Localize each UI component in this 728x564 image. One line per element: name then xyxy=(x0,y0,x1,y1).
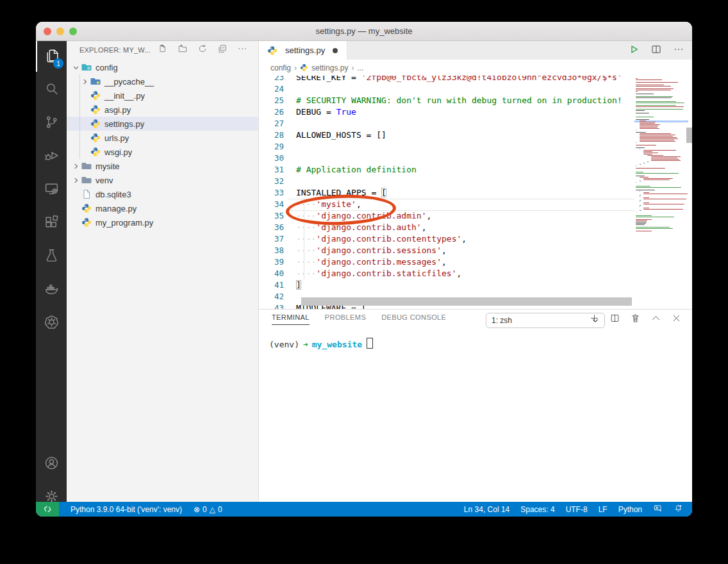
chevron-open-icon[interactable] xyxy=(70,62,81,72)
remote-indicator[interactable] xyxy=(36,502,59,517)
tree-item-label: urls.py xyxy=(104,133,129,143)
breadcrumb-item[interactable]: config xyxy=(270,63,291,72)
breadcrumb-item[interactable]: ... xyxy=(357,63,363,72)
activity-run-debug[interactable] xyxy=(36,141,67,172)
panel-tab-debug-console[interactable]: DEBUG CONSOLE xyxy=(381,313,446,325)
code-line-27[interactable]: 27 xyxy=(259,118,634,129)
activity-search[interactable] xyxy=(36,74,67,105)
maximize-panel-button[interactable] xyxy=(650,313,661,326)
activity-remote-explorer[interactable] xyxy=(36,174,67,205)
problems-status[interactable]: ⊗ 0 △ 0 xyxy=(194,505,222,514)
refresh-button[interactable] xyxy=(195,43,210,57)
activity-testing[interactable] xyxy=(36,241,67,272)
eol-status[interactable]: LF xyxy=(599,505,608,514)
more-editor-actions-button[interactable] xyxy=(673,44,684,58)
tree-item-venv[interactable]: venv xyxy=(67,173,258,187)
code-line-26[interactable]: 26DEBUG = True xyxy=(259,106,634,118)
tab-settings-py[interactable]: settings.py xyxy=(259,41,347,60)
collapse-folders-button[interactable] xyxy=(215,43,229,57)
tree-item-label: my_program.py xyxy=(95,218,153,228)
split-editor-button[interactable] xyxy=(650,44,662,58)
cursor-position-status[interactable]: Ln 34, Col 14 xyxy=(464,505,509,514)
minimap-line xyxy=(636,113,649,113)
tree-item-my-program-py[interactable]: my_program.py xyxy=(67,215,258,229)
new-file-button[interactable] xyxy=(156,43,170,57)
code-line-25[interactable]: 25# SECURITY WARNING: don't run with deb… xyxy=(259,95,634,106)
code-editor[interactable]: 23SECRET_KEY = '2fpb@0_fbct&_ylz33kz@d!t… xyxy=(259,76,692,309)
tree-item-asgi-py[interactable]: asgi.py xyxy=(67,103,258,117)
activity-kubernetes[interactable] xyxy=(36,308,67,338)
tree-item-manage-py[interactable]: manage.py xyxy=(67,201,258,215)
minimap-line xyxy=(636,79,662,80)
code-line-39[interactable]: 39····'django.contrib.messages', xyxy=(259,256,634,268)
chevron-closed-icon[interactable] xyxy=(70,175,81,185)
tree-item-db-sqlite3[interactable]: db.sqlite3 xyxy=(67,187,258,201)
breadcrumb-item[interactable]: settings.py xyxy=(311,63,348,72)
feedback-icon[interactable] xyxy=(653,504,663,515)
code-line-37[interactable]: 37····'django.contrib.contenttypes', xyxy=(259,233,634,245)
indentation-status[interactable]: Spaces: 4 xyxy=(520,505,554,514)
close-panel-button[interactable] xyxy=(671,313,682,326)
chevron-spacer xyxy=(70,217,81,228)
line-number: 32 xyxy=(259,176,296,187)
code-line-38[interactable]: 38····'django.contrib.sessions', xyxy=(259,245,634,256)
horizontal-scrollbar[interactable] xyxy=(301,297,632,306)
tree-item-urls-py[interactable]: urls.py xyxy=(67,131,258,145)
tree-item-wsgi-py[interactable]: wsgi.py xyxy=(67,145,258,159)
code-line-30[interactable]: 30 xyxy=(259,153,634,164)
activity-docker[interactable] xyxy=(36,274,67,305)
terminal-shell-select[interactable]: 1: zsh xyxy=(486,313,605,328)
code-line-29[interactable]: 29 xyxy=(259,141,634,153)
terminal-output[interactable]: (venv)➜my_website xyxy=(269,338,373,350)
notifications-bell-icon[interactable] xyxy=(674,504,683,515)
code-line-35[interactable]: 35····'django.contrib.admin', xyxy=(259,210,634,222)
tree-item-config[interactable]: config xyxy=(67,60,258,74)
tree-item--pycache-[interactable]: __pycache__ xyxy=(67,74,258,88)
encoding-status[interactable]: UTF-8 xyxy=(566,505,588,514)
remote-explorer-icon xyxy=(44,181,60,199)
tree-item--init-py[interactable]: __init__.py xyxy=(67,88,258,103)
new-terminal-button[interactable] xyxy=(589,313,600,326)
language-mode-status[interactable]: Python xyxy=(618,505,642,514)
code-line-36[interactable]: 36····'django.contrib.auth', xyxy=(259,222,634,233)
chevron-closed-icon[interactable] xyxy=(79,76,90,87)
beaker-icon xyxy=(44,247,60,266)
code-line-32[interactable]: 32 xyxy=(259,176,634,187)
minimap[interactable] xyxy=(634,76,687,309)
activity-extensions[interactable] xyxy=(36,208,67,238)
code-line-23[interactable]: 23SECRET_KEY = '2fpb@0_fbct&_ylz33kz@d!t… xyxy=(259,76,634,83)
code-line-24[interactable]: 24 xyxy=(259,83,634,95)
modified-dot-icon[interactable] xyxy=(333,48,338,53)
minimap-line xyxy=(640,201,640,202)
code-line-31[interactable]: 31# Application definition xyxy=(259,164,634,176)
more-actions-button[interactable] xyxy=(235,43,249,57)
split-terminal-button[interactable] xyxy=(609,313,620,326)
minimap-line xyxy=(640,141,675,142)
code-line-28[interactable]: 28ALLOWED_HOSTS = [] xyxy=(259,129,634,141)
minimap-line xyxy=(640,210,641,211)
python-interpreter-status[interactable]: Python 3.9.0 64-bit ('venv': venv) xyxy=(70,505,182,514)
new-folder-icon xyxy=(178,44,188,56)
run-python-file-button[interactable] xyxy=(628,44,640,58)
new-folder-button[interactable] xyxy=(176,43,190,57)
chevron-closed-icon[interactable] xyxy=(70,161,81,171)
kill-terminal-button[interactable] xyxy=(630,313,641,326)
tree-item-settings-py[interactable]: settings.py xyxy=(67,117,258,131)
code-line-34[interactable]: 34····'mysite', xyxy=(259,199,634,210)
code-line-33[interactable]: 33INSTALLED_APPS = [ xyxy=(259,187,634,199)
minimap-line xyxy=(636,173,679,174)
minimap-line xyxy=(636,187,681,188)
minimap-line xyxy=(643,204,684,204)
vertical-scrollbar[interactable] xyxy=(686,128,692,143)
panel-tab-problems[interactable]: PROBLEMS xyxy=(325,313,366,325)
activity-source-control[interactable] xyxy=(36,108,67,138)
tree-item-mysite[interactable]: mysite xyxy=(67,159,258,173)
code-line-40[interactable]: 40····'django.contrib.staticfiles', xyxy=(259,268,634,279)
code-line-41[interactable]: 41] xyxy=(259,279,634,291)
activity-accounts[interactable] xyxy=(36,449,67,479)
activity-explorer[interactable]: 1 xyxy=(36,41,67,72)
panel-tab-terminal[interactable]: TERMINAL xyxy=(272,313,310,325)
error-icon: ⊗ xyxy=(194,505,200,514)
title-bar[interactable]: settings.py — my_website xyxy=(36,22,692,41)
minimap-line xyxy=(636,90,671,90)
